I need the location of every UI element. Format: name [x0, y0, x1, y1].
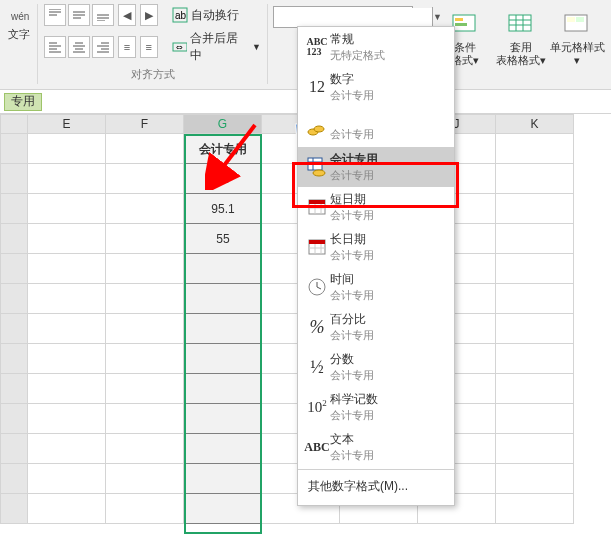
more-number-formats[interactable]: 其他数字格式(M)...: [298, 472, 454, 501]
orientation-group: wén 文字: [0, 4, 38, 84]
general-icon: ABC123: [304, 37, 330, 57]
format-general[interactable]: ABC123 常规无特定格式: [298, 27, 454, 67]
col-header-f[interactable]: F: [106, 114, 184, 134]
svg-text:ab: ab: [175, 10, 187, 21]
format-currency[interactable]: X会计专用: [298, 107, 454, 147]
shortdate-icon: [304, 197, 330, 217]
alignment-group-label: 对齐方式: [131, 67, 175, 82]
cell-data[interactable]: 95.1: [184, 194, 262, 224]
svg-rect-19: [309, 240, 325, 244]
select-all-corner[interactable]: [0, 114, 28, 134]
number-format-dropdown-panel: ABC123 常规无特定格式 12 数字会计专用 X会计专用 会计专用会计专用 …: [297, 26, 455, 506]
accounting-icon: [304, 156, 330, 178]
svg-rect-11: [576, 17, 584, 22]
svg-point-13: [314, 126, 324, 132]
svg-rect-17: [309, 200, 325, 204]
number-icon: 12: [304, 78, 330, 96]
svg-rect-14: [308, 158, 322, 170]
svg-point-15: [313, 170, 325, 176]
time-icon: [304, 277, 330, 297]
indent-left-button[interactable]: ≡: [118, 36, 136, 58]
alignment-group: ◀ ▶ ab 自动换行 ≡ ≡ ⇔ 合并后居中 ▼: [38, 4, 268, 84]
number-format-input[interactable]: [274, 8, 432, 26]
format-fraction[interactable]: ½ 分数会计专用: [298, 347, 454, 387]
format-longdate[interactable]: 长日期会计专用: [298, 227, 454, 267]
format-text[interactable]: ABC 文本会计专用: [298, 427, 454, 467]
svg-text:wén: wén: [10, 11, 29, 22]
wrap-text-button[interactable]: ab 自动换行: [172, 7, 239, 24]
cell-data[interactable]: 55: [184, 224, 262, 254]
sheet-tag[interactable]: 专用: [4, 93, 42, 111]
indent-increase-button[interactable]: ▶: [140, 4, 158, 26]
text-icon: ABC: [304, 440, 330, 455]
orientation-button[interactable]: wén 文字: [4, 4, 34, 70]
separator: [298, 469, 454, 470]
svg-rect-6: [455, 18, 463, 21]
format-shortdate[interactable]: 短日期会计专用: [298, 187, 454, 227]
align-middle-button[interactable]: [68, 4, 90, 26]
merge-center-label: 合并后居中: [190, 30, 249, 64]
merge-center-button[interactable]: ⇔ 合并后居中 ▼: [172, 30, 262, 64]
align-top-button[interactable]: [44, 4, 66, 26]
cell-style-button[interactable]: 单元格样式▾: [549, 11, 605, 77]
cell-header[interactable]: 会计专用: [184, 134, 262, 164]
svg-rect-7: [455, 23, 467, 26]
orientation-label: 文字: [8, 28, 30, 41]
align-center-button[interactable]: [68, 36, 90, 58]
wrap-text-label: 自动换行: [191, 7, 239, 24]
format-number[interactable]: 12 数字会计专用: [298, 67, 454, 107]
align-left-button[interactable]: [44, 36, 66, 58]
cell-data[interactable]: 95: [184, 164, 262, 194]
format-percent[interactable]: % 百分比会计专用: [298, 307, 454, 347]
styles-group: 条件格式▾ 套用表格格式▾ 单元格样式▾: [431, 4, 611, 84]
indent-right-button[interactable]: ≡: [140, 36, 158, 58]
align-bottom-button[interactable]: [92, 4, 114, 26]
fraction-icon: ½: [304, 357, 330, 378]
col-header-k[interactable]: K: [496, 114, 574, 134]
longdate-icon: [304, 237, 330, 257]
format-time[interactable]: 时间会计专用: [298, 267, 454, 307]
percent-icon: %: [304, 317, 330, 338]
currency-icon: [304, 117, 330, 137]
scientific-icon: 102: [304, 398, 330, 416]
col-header-e[interactable]: E: [28, 114, 106, 134]
format-accounting[interactable]: 会计专用会计专用: [298, 147, 454, 187]
number-format-box[interactable]: ▼: [273, 6, 413, 28]
table-format-button[interactable]: 套用表格格式▾: [493, 11, 549, 77]
indent-decrease-button[interactable]: ◀: [118, 4, 136, 26]
svg-rect-8: [509, 15, 531, 31]
col-header-g[interactable]: G: [184, 114, 262, 134]
svg-rect-10: [567, 17, 575, 22]
svg-text:⇔: ⇔: [176, 43, 183, 52]
format-scientific[interactable]: 102 科学记数会计专用: [298, 387, 454, 427]
align-right-button[interactable]: [92, 36, 114, 58]
